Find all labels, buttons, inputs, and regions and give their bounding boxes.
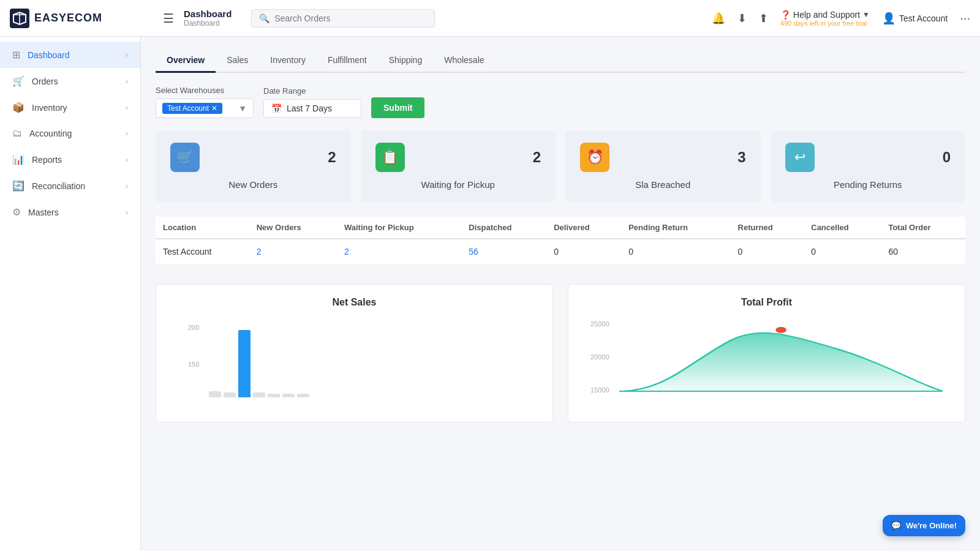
sidebar-item-dashboard[interactable]: ⊞ Dashboard › — [0, 42, 140, 68]
new-orders-label: New Orders — [228, 179, 277, 190]
masters-icon: ⚙ — [12, 206, 21, 218]
col-dispatched: Dispatched — [461, 217, 546, 239]
chevron-right-icon: › — [126, 51, 128, 59]
col-returned: Returned — [731, 217, 804, 239]
hamburger-icon[interactable]: ☰ — [163, 11, 174, 26]
search-input[interactable] — [274, 13, 427, 23]
cell-new-orders[interactable]: 2 — [249, 239, 337, 264]
sidebar: ⊞ Dashboard › 🛒 Orders › 📦 Inventory › 🗂… — [0, 37, 141, 551]
col-delivered: Delivered — [546, 217, 621, 239]
bar-7 — [297, 394, 309, 397]
chevron-right-icon: › — [126, 103, 128, 112]
charts-row: Net Sales 200 150 — [156, 284, 965, 422]
tag-close-icon[interactable]: ✕ — [211, 104, 217, 113]
help-label: Help and Support — [793, 10, 860, 20]
cell-location: Test Account — [156, 239, 249, 264]
tab-overview[interactable]: Overview — [156, 49, 216, 73]
sidebar-item-label: Accounting — [29, 129, 72, 138]
pending-returns-count: 0 — [943, 149, 951, 166]
total-profit-chart: Total Profit 25000 20000 15000 — [568, 284, 965, 422]
new-orders-count: 2 — [328, 149, 336, 166]
chevron-right-icon: › — [126, 77, 128, 86]
y-label-20000: 20000 — [590, 353, 609, 361]
cell-cancelled: 0 — [804, 239, 881, 264]
net-sales-chart-area: 200 150 — [168, 318, 540, 410]
chat-label: We're Online! — [906, 521, 957, 530]
net-sales-title: Net Sales — [168, 297, 540, 308]
submit-button[interactable]: Submit — [371, 97, 424, 118]
chat-widget[interactable]: 💬 We're Online! — [883, 515, 965, 536]
tab-sales[interactable]: Sales — [216, 49, 259, 73]
y-label-25000: 25000 — [590, 320, 609, 328]
account-area[interactable]: 👤 Test Account — [882, 12, 948, 25]
profit-svg — [619, 318, 943, 397]
trial-text: 490 days left in your free trial — [780, 20, 870, 27]
cell-waiting-pickup[interactable]: 2 — [337, 239, 461, 264]
more-icon[interactable]: ··· — [960, 11, 970, 25]
account-label: Test Account — [899, 13, 948, 23]
waiting-pickup-icon-wrap: 📋 — [375, 143, 405, 172]
sidebar-item-label: Dashboard — [28, 50, 70, 60]
sidebar-item-orders[interactable]: 🛒 Orders › — [0, 68, 140, 94]
bar-5 — [268, 394, 280, 397]
chevron-right-icon: › — [126, 182, 128, 190]
tab-fulfillment[interactable]: Fulfillment — [317, 49, 378, 73]
tabs: Overview Sales Inventory Fulfillment Shi… — [156, 49, 965, 73]
bar-2 — [224, 392, 236, 397]
notification-icon[interactable]: 🔔 — [712, 12, 725, 25]
breadcrumb-title: Dashboard — [184, 9, 232, 19]
bar-1 — [209, 391, 221, 397]
stat-card-waiting-pickup[interactable]: 📋 2 Waiting for Pickup — [361, 130, 556, 202]
y-label-150: 150 — [188, 361, 199, 368]
y-label-15000: 15000 — [590, 386, 609, 394]
new-orders-icon-wrap: 🛒 — [170, 143, 200, 172]
warehouse-select[interactable]: Test Account ✕ ▼ — [156, 99, 254, 118]
search-bar[interactable]: 🔍 — [251, 9, 435, 28]
help-support[interactable]: ❓ Help and Support ▼ 490 days left in yo… — [780, 10, 870, 27]
sidebar-item-label: Masters — [28, 208, 59, 217]
y-label-200: 200 — [188, 324, 199, 331]
topbar: EASYECOM ☰ Dashboard Dashboard 🔍 🔔 ⬇ ⬆ ❓… — [0, 0, 980, 37]
cell-returned: 0 — [731, 239, 804, 264]
date-range-value: Last 7 Days — [287, 103, 332, 113]
sidebar-item-reconciliation[interactable]: 🔄 Reconciliation › — [0, 173, 140, 199]
calendar-icon: 📅 — [271, 103, 282, 113]
cell-dispatched[interactable]: 56 — [461, 239, 546, 264]
warehouse-tag-label: Test Account — [167, 104, 209, 113]
warehouse-chevron-icon: ▼ — [238, 103, 247, 113]
total-profit-chart-area: 25000 20000 15000 — [581, 318, 952, 410]
chevron-right-icon: › — [126, 129, 128, 138]
tab-shipping[interactable]: Shipping — [378, 49, 434, 73]
col-cancelled: Cancelled — [804, 217, 881, 239]
date-filter-group: Date Range 📅 Last 7 Days — [263, 86, 361, 118]
sidebar-item-label: Reconciliation — [32, 181, 85, 191]
sidebar-item-label: Inventory — [32, 103, 67, 113]
logo-text: EASYECOM — [34, 12, 102, 24]
tab-wholesale[interactable]: Wholesale — [433, 49, 495, 73]
orders-table: Location New Orders Waiting for Pickup D… — [156, 217, 965, 264]
download-icon[interactable]: ⬇ — [737, 12, 747, 25]
orders-icon: 🛒 — [12, 75, 24, 87]
sidebar-item-accounting[interactable]: 🗂 Accounting › — [0, 121, 140, 146]
stat-cards: 🛒 2 New Orders 📋 2 Waiting for Pickup — [156, 130, 965, 202]
sidebar-item-inventory[interactable]: 📦 Inventory › — [0, 94, 140, 121]
sidebar-item-reports[interactable]: 📊 Reports › — [0, 146, 140, 173]
col-pending-return: Pending Return — [621, 217, 730, 239]
stat-card-sla-breached[interactable]: ⏰ 3 Sla Breached — [565, 130, 761, 202]
sidebar-item-masters[interactable]: ⚙ Masters › — [0, 199, 140, 225]
pending-returns-icon-wrap: ↩ — [785, 143, 815, 172]
tab-inventory[interactable]: Inventory — [259, 49, 317, 73]
stat-card-new-orders[interactable]: 🛒 2 New Orders — [156, 130, 351, 202]
search-icon: 🔍 — [259, 13, 270, 23]
breadcrumb-sub: Dashboard — [184, 19, 232, 28]
reconciliation-icon: 🔄 — [12, 180, 24, 192]
date-range-input[interactable]: 📅 Last 7 Days — [263, 99, 361, 118]
help-chevron-icon: ▼ — [862, 10, 870, 19]
logo-area: EASYECOM — [10, 9, 151, 28]
upload-icon[interactable]: ⬆ — [759, 12, 768, 25]
cell-pending-return: 0 — [621, 239, 730, 264]
stat-card-pending-returns[interactable]: ↩ 0 Pending Returns — [771, 130, 966, 202]
cell-delivered: 0 — [546, 239, 621, 264]
cell-total-order: 60 — [881, 239, 965, 264]
bar-4 — [253, 392, 265, 397]
